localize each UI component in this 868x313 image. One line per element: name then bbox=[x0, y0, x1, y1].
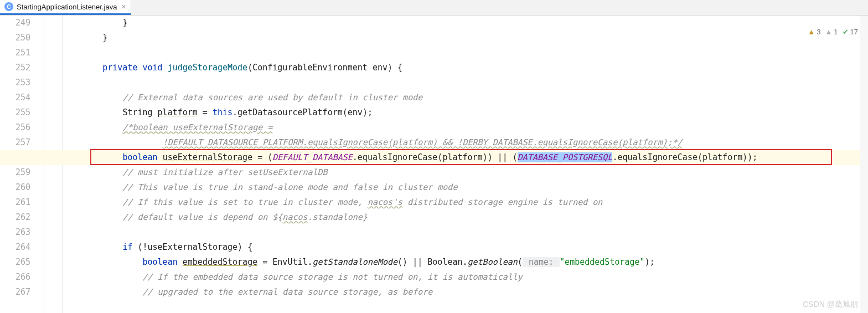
line-number: 249 bbox=[0, 16, 30, 30]
code-line[interactable]: String platform = this.getDatasourcePlat… bbox=[63, 105, 868, 120]
code-line[interactable]: // This value is true in stand-alone mod… bbox=[63, 180, 868, 195]
tab-bar: C StartingApplicationListener.java × bbox=[0, 0, 868, 16]
code-line[interactable]: boolean useExternalStorage = (DEFAULT_DA… bbox=[63, 150, 868, 165]
line-number: 256 bbox=[0, 120, 30, 135]
code-line[interactable]: if (!useExternalStorage) { bbox=[63, 240, 868, 255]
watermark: CSDN @葛旭朋 bbox=[803, 300, 858, 310]
code-line[interactable]: } bbox=[63, 30, 868, 45]
code-line[interactable] bbox=[63, 45, 868, 60]
line-number: 264 bbox=[0, 240, 30, 255]
scrollbar[interactable] bbox=[860, 16, 868, 313]
line-number: 254 bbox=[0, 90, 30, 105]
editor-tab[interactable]: C StartingApplicationListener.java × bbox=[0, 0, 131, 15]
code-line[interactable]: // If the embedded data source storage i… bbox=[63, 270, 868, 285]
line-number: 260 bbox=[0, 180, 30, 195]
line-number: 255 bbox=[0, 105, 30, 120]
line-number: 265 bbox=[0, 255, 30, 270]
editor: 2492502512522532542552562572582592602612… bbox=[0, 16, 868, 313]
line-number: 257 bbox=[0, 135, 30, 150]
code-line[interactable]: // If this value is set to true in clust… bbox=[63, 195, 868, 210]
line-number: 262 bbox=[0, 210, 30, 225]
tab-filename: StartingApplicationListener.java bbox=[17, 3, 117, 11]
line-number: 263 bbox=[0, 225, 30, 240]
java-class-icon: C bbox=[4, 2, 13, 11]
code-line[interactable]: // default value is depend on ${nacos.st… bbox=[63, 210, 868, 225]
line-number: 251 bbox=[0, 45, 30, 60]
code-line[interactable]: !DEFAULT_DATASOURCE_PLATFORM.equalsIgnor… bbox=[63, 135, 868, 150]
code-line[interactable]: /*boolean useExternalStorage = bbox=[63, 120, 868, 135]
line-number: 250 bbox=[0, 30, 30, 45]
line-number: 267 bbox=[0, 285, 30, 300]
code-area[interactable]: } } private void judgeStorageMode(Config… bbox=[63, 16, 868, 313]
code-line[interactable]: } bbox=[63, 16, 868, 30]
code-line[interactable] bbox=[63, 225, 868, 240]
code-line[interactable]: // must initialize after setUseExternalD… bbox=[63, 165, 868, 180]
close-icon[interactable]: × bbox=[121, 2, 126, 11]
line-number: 253 bbox=[0, 75, 30, 90]
code-line[interactable]: // External data sources are used by def… bbox=[63, 90, 868, 105]
line-number: 259 bbox=[0, 165, 30, 180]
code-line[interactable]: // upgraded to the external data source … bbox=[63, 285, 868, 300]
line-number: 266 bbox=[0, 270, 30, 285]
code-line[interactable]: boolean embeddedStorage = EnvUtil.getSta… bbox=[63, 255, 868, 270]
line-number: 261 bbox=[0, 195, 30, 210]
code-line[interactable]: private void judgeStorageMode(Configurab… bbox=[63, 60, 868, 75]
code-line[interactable] bbox=[63, 75, 868, 90]
line-number: 252 bbox=[0, 60, 30, 75]
